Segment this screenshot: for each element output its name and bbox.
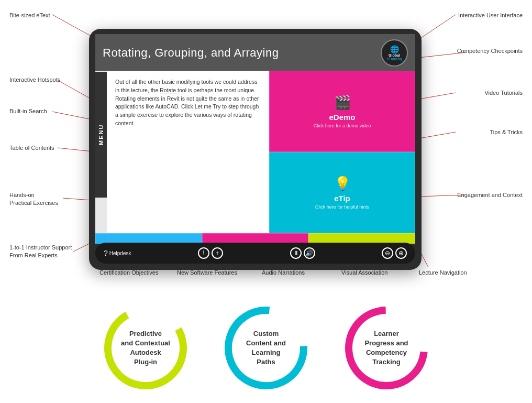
label-tips-tricks: Tips & Tricks bbox=[490, 128, 523, 136]
etip-icon: 💡 bbox=[334, 176, 351, 192]
label-lecture-nav: Lecture Navigation bbox=[419, 269, 467, 276]
logo-global-text: Global bbox=[389, 53, 400, 57]
label-hands-on: Hands-onPractical Exercises bbox=[9, 191, 58, 208]
label-video-tutorials: Video Tutorials bbox=[484, 89, 523, 96]
tile-learnmore[interactable]: 🧠 Learn More Content you need to know bbox=[308, 233, 415, 244]
label-bite-sized: Bite-sized eText bbox=[9, 12, 50, 19]
nav-left-icon: ⊖ bbox=[385, 249, 390, 257]
cert-icon: ! bbox=[203, 249, 204, 257]
menu-sidebar[interactable]: MENU bbox=[95, 72, 107, 198]
circle-pink: LearnerProgress andCompetencyTracking bbox=[342, 303, 431, 393]
circle-pink-text: LearnerProgress andCompetencyTracking bbox=[364, 329, 408, 367]
etip-title: eTip bbox=[334, 194, 350, 203]
tablet-screen: Rotating, Grouping, and Arraying 🌐 Globa… bbox=[95, 34, 415, 244]
nav-right-button[interactable]: ⊕ bbox=[395, 247, 407, 259]
helpdesk-item[interactable]: ? Helpdesk bbox=[104, 249, 131, 257]
label-visual-assoc: Visual Association bbox=[341, 269, 387, 276]
circle-green-text: Predictiveand ContextualAutodeskPlug-in bbox=[121, 329, 170, 367]
label-cert-obj: Certification Objectives bbox=[99, 269, 159, 276]
label-interactive-hotspots: Interactive Hotspots bbox=[9, 76, 60, 83]
circles-section: Predictiveand ContextualAutodeskPlug-in … bbox=[0, 303, 532, 393]
svg-line-9 bbox=[416, 132, 456, 139]
globe-icon: 🌐 bbox=[390, 45, 399, 53]
tile-letmetry[interactable]: 🎮 Let Me Try Let's Play! Try it now! bbox=[95, 233, 202, 244]
label-interactive-ui: Interactive User Interface bbox=[458, 12, 523, 19]
pause-button[interactable]: ⏸ bbox=[290, 247, 302, 259]
circle-green: Predictiveand ContextualAutodeskPlug-in bbox=[101, 303, 190, 393]
edemo-icon: 🎬 bbox=[334, 94, 351, 111]
helpdesk-icon: ? bbox=[104, 249, 108, 257]
volume-icon: 🔊 bbox=[305, 249, 313, 257]
label-engagement: Engagement and Context bbox=[457, 191, 523, 199]
label-1to1: 1-to-1 Instructor SupportFrom Real Exper… bbox=[9, 244, 72, 260]
edemo-title: eDemo bbox=[329, 113, 355, 122]
volume-button[interactable]: 🔊 bbox=[304, 247, 315, 259]
label-new-features: New Software Features bbox=[177, 269, 237, 276]
screen-header: Rotating, Grouping, and Arraying 🌐 Globa… bbox=[95, 34, 415, 71]
top-tile-row: 🎬 eDemo Click here for a demo video bbox=[269, 71, 415, 152]
global-logo: 🌐 Global eTraining bbox=[381, 39, 408, 67]
cert-group[interactable]: ! + bbox=[198, 247, 223, 259]
right-tiles: 🎬 eDemo Click here for a demo video 💡 eT… bbox=[269, 71, 415, 233]
etip-sub: Click here for helpful hints bbox=[315, 204, 370, 210]
cert-button[interactable]: ! bbox=[198, 247, 209, 259]
nav-group[interactable]: ⊖ ⊕ bbox=[382, 247, 407, 259]
toolbar: ? Helpdesk ! + ⏸ 🔊 ⊖ ⊕ bbox=[95, 243, 415, 264]
menu-label: MENU bbox=[98, 124, 104, 145]
circle-cyan: CustomContent andLearningPaths bbox=[221, 303, 311, 393]
nav-left-button[interactable]: ⊖ bbox=[382, 247, 393, 259]
content-text-panel: Out of all the other basic modifying too… bbox=[107, 71, 269, 233]
audio-group[interactable]: ⏸ 🔊 bbox=[290, 247, 315, 259]
label-built-in-search: Built-in Search bbox=[9, 107, 47, 115]
new-features-icon: + bbox=[215, 249, 219, 257]
tile-etip[interactable]: 💡 eTip Click here for helpful hints bbox=[269, 152, 415, 233]
bottom-tile-row: 🎮 Let Me Try Let's Play! Try it now! 🔍 V… bbox=[95, 233, 415, 244]
screen-content-area: MENU Out of all the other basic modifyin… bbox=[95, 71, 415, 233]
svg-line-6 bbox=[419, 15, 456, 39]
body-text: Out of all the other basic modifying too… bbox=[115, 78, 260, 128]
pause-icon: ⏸ bbox=[293, 249, 299, 257]
mid-tile-row: 💡 eTip Click here for helpful hints bbox=[269, 152, 415, 233]
edemo-sub: Click here for a demo video bbox=[314, 123, 371, 128]
nav-right-icon: ⊕ bbox=[398, 249, 404, 257]
rotate-underline: Rotate bbox=[160, 87, 176, 93]
helpdesk-label: Helpdesk bbox=[109, 250, 131, 256]
new-features-button[interactable]: + bbox=[212, 247, 223, 259]
screen-title: Rotating, Grouping, and Arraying bbox=[103, 46, 279, 60]
svg-line-8 bbox=[416, 93, 456, 100]
circle-cyan-text: CustomContent andLearningPaths bbox=[246, 329, 286, 367]
label-competency: Competency Checkpoints bbox=[457, 47, 523, 55]
tablet-shell: Rotating, Grouping, and Arraying 🌐 Globa… bbox=[89, 29, 422, 270]
logo-etraining-text: eTraining bbox=[387, 57, 402, 61]
label-table-of-contents: Table of Contents bbox=[9, 144, 54, 151]
tile-edemo[interactable]: 🎬 eDemo Click here for a demo video bbox=[269, 71, 415, 152]
label-audio-narrations: Audio Narrations bbox=[262, 269, 305, 276]
tile-viewimage[interactable]: 🔍 View Image Architectural Annotation bbox=[202, 233, 309, 244]
